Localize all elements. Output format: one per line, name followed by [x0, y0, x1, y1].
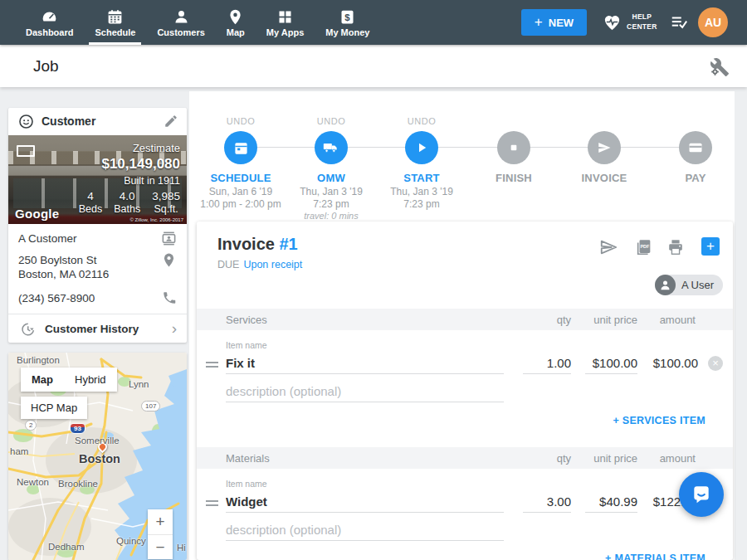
- start-step-button[interactable]: [405, 131, 438, 164]
- user-avatar[interactable]: AU: [698, 7, 728, 37]
- map-type-map-button[interactable]: Map: [21, 368, 64, 392]
- location-pin-icon[interactable]: [161, 252, 177, 268]
- property-stats: 4Beds 4.0Baths 3,985Sq.ft.: [79, 190, 180, 215]
- nav-tab-dashboard[interactable]: Dashboard: [15, 0, 84, 45]
- address-line1: 250 Boylston St: [18, 254, 97, 266]
- pay-step-button[interactable]: [679, 131, 712, 164]
- svg-text:$: $: [345, 12, 351, 22]
- material-item-name-input[interactable]: [226, 491, 504, 513]
- nav-tab-schedule[interactable]: Schedule: [84, 0, 146, 45]
- customer-phone: (234) 567-8900: [18, 292, 95, 304]
- materials-header: Materials qty unit price amount: [197, 447, 733, 469]
- nav-tab-customers[interactable]: Customers: [146, 0, 215, 45]
- service-item-name-input[interactable]: [226, 353, 504, 374]
- address-line2: Boston, MA 02116: [18, 268, 109, 280]
- pdf-icon[interactable]: PDF: [635, 238, 653, 256]
- print-icon[interactable]: [666, 238, 685, 256]
- history-clock-icon: [20, 322, 35, 337]
- travel-note: travel: 0 mins: [277, 211, 385, 221]
- top-nav: Dashboard Schedule Customers Map My Apps…: [0, 0, 747, 45]
- help-center-link[interactable]: HELP CENTER: [627, 12, 657, 32]
- map-city-label: Dedham: [48, 542, 84, 552]
- nav-tab-my-apps[interactable]: My Apps: [256, 0, 315, 45]
- photo-copyright: © Zillow, Inc. 2006-2017: [130, 217, 183, 222]
- map-city-label: Somerville: [75, 436, 120, 446]
- remove-service-item-button[interactable]: ×: [708, 356, 723, 371]
- assignee-avatar: [655, 275, 676, 295]
- dashboard-icon: [41, 8, 58, 26]
- google-watermark: Google: [15, 207, 59, 221]
- map-city-label: Boston: [79, 452, 120, 465]
- map-city-label: Newton: [17, 477, 49, 487]
- material-qty-input[interactable]: [523, 491, 571, 513]
- assignee-chip[interactable]: A User: [655, 275, 723, 295]
- zestimate-overlay: Zestimate $10,149,080 Built in 1911 4Bed…: [79, 142, 180, 215]
- send-icon: [597, 140, 612, 155]
- customer-address-row: 250 Boylston St Boston, MA 02116: [8, 246, 187, 281]
- material-description-input[interactable]: [226, 519, 504, 541]
- person-icon: [659, 279, 671, 291]
- map-widget: Burlington Lynn Somerville ham Boston Ne…: [8, 353, 187, 560]
- play-icon: [414, 140, 429, 155]
- nav-tab-label: Customers: [157, 27, 204, 37]
- timeline-connector: [241, 147, 696, 148]
- col-qty: qty: [521, 452, 571, 465]
- help-center-line2: CENTER: [627, 22, 657, 32]
- omw-step-button[interactable]: [315, 131, 348, 164]
- map-city-label: Lynn: [129, 379, 149, 389]
- baths-value: 4.0: [114, 190, 140, 202]
- property-photo[interactable]: Zestimate $10,149,080 Built in 1911 4Bed…: [8, 135, 187, 224]
- drag-handle[interactable]: [206, 498, 218, 509]
- add-material-item-link[interactable]: + MATERIALS ITEM: [605, 553, 706, 560]
- service-qty-input[interactable]: [523, 353, 571, 374]
- job-detail-panel: UNDO SCHEDULE Sun, Jan 6 '19 1:00 pm - 2…: [189, 91, 735, 560]
- contact-card-icon[interactable]: [161, 231, 177, 246]
- map-type-hybrid-button[interactable]: Hybrid: [64, 368, 117, 392]
- phone-icon[interactable]: [162, 290, 177, 305]
- street-view-icon: [17, 145, 35, 157]
- customer-card-header: Customer: [8, 108, 187, 135]
- nav-tab-my-money[interactable]: $ My Money: [315, 0, 380, 45]
- finish-step-button[interactable]: [497, 131, 530, 164]
- invoice-due: DUEUpon receipt: [217, 259, 302, 270]
- help-center-line1: HELP: [627, 12, 657, 22]
- built-year: Built in 1911: [79, 175, 180, 187]
- col-qty: qty: [521, 314, 571, 326]
- invoice-number[interactable]: #1: [279, 235, 297, 253]
- job-tools-icon[interactable]: [710, 57, 730, 77]
- health-heart-icon[interactable]: [603, 13, 622, 32]
- map-city-label: Quincy: [116, 536, 146, 546]
- zoom-out-button[interactable]: −: [148, 534, 173, 559]
- map-city-label: Hi: [177, 543, 186, 553]
- task-list-icon[interactable]: [669, 13, 689, 32]
- add-invoice-icon[interactable]: +: [701, 237, 720, 256]
- col-amount: amount: [629, 314, 696, 326]
- chat-launcher-button[interactable]: [679, 472, 724, 517]
- send-invoice-icon[interactable]: [599, 238, 618, 256]
- item-name-label: Item name: [226, 479, 267, 489]
- edit-pencil-icon[interactable]: [164, 114, 178, 129]
- customer-name-row: A Customer: [8, 224, 187, 246]
- customer-card: Customer Zestimate $10,149,080 Built in …: [8, 108, 187, 343]
- customer-face-icon: [18, 114, 34, 129]
- credit-card-icon: [688, 140, 703, 155]
- customers-icon: [173, 8, 190, 26]
- add-service-item-link[interactable]: + SERVICES ITEM: [613, 415, 706, 426]
- new-button[interactable]: + NEW: [521, 9, 587, 36]
- zoom-in-button[interactable]: +: [148, 509, 173, 534]
- schedule-step-button[interactable]: [224, 131, 257, 164]
- customer-history-row[interactable]: Customer History ›: [8, 314, 187, 344]
- nav-tab-map[interactable]: Map: [216, 0, 256, 45]
- beds-value: 4: [79, 190, 103, 202]
- zestimate-label: Zestimate: [79, 142, 180, 154]
- invoice-step-button[interactable]: [588, 131, 621, 164]
- drag-handle[interactable]: [206, 359, 218, 370]
- undo-start-button[interactable]: UNDO: [368, 116, 476, 126]
- service-description-input[interactable]: [226, 381, 504, 402]
- customer-name: A Customer: [18, 232, 77, 245]
- due-value-link[interactable]: Upon receipt: [243, 259, 302, 270]
- plus-icon: +: [535, 14, 543, 31]
- sqft-value: 3,985: [152, 190, 180, 202]
- hcp-map-button[interactable]: HCP Map: [21, 397, 87, 419]
- nav-tab-label: My Apps: [266, 27, 304, 37]
